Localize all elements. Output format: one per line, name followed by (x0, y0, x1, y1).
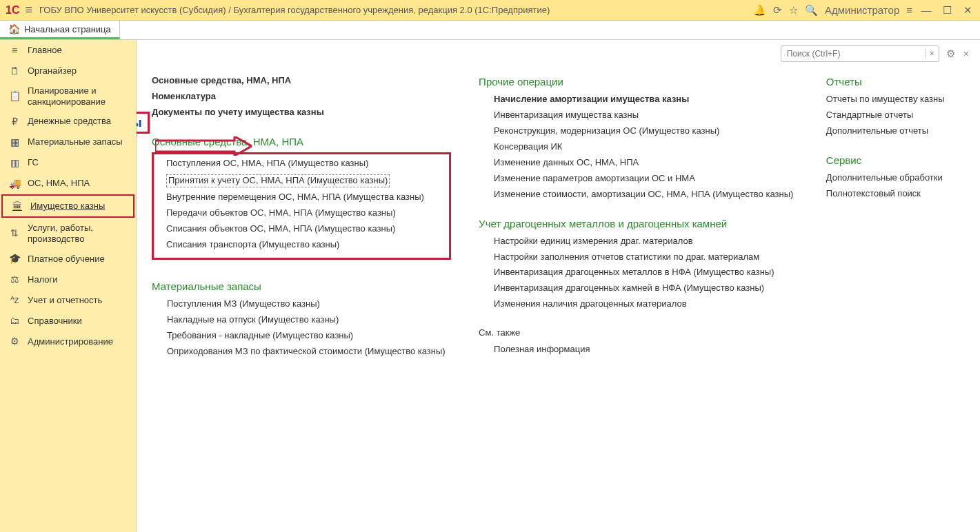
sidebar-item-label: Имущество казны (30, 201, 105, 212)
link-nomenclature[interactable]: Номенклатура (152, 92, 451, 102)
link-additional-processing[interactable]: Дополнительные обработки (826, 173, 969, 183)
sidebar-item-label: Материальные запасы (28, 136, 123, 147)
link-receipt-os[interactable]: Поступления ОС, НМА, НПА (Имущество казн… (157, 158, 446, 169)
sidebar-item-admin[interactable]: ⚙Администрирование (0, 331, 136, 351)
link-treasury-reports[interactable]: Отчеты по имуществу казны (826, 94, 969, 105)
star-icon[interactable]: ☆ (789, 4, 798, 17)
sidebar-item-services[interactable]: ⇅Услуги, работы, производство (0, 218, 136, 248)
hamburger-icon[interactable]: ≡ (25, 3, 32, 17)
search-input[interactable] (781, 49, 925, 59)
sidebar-item-label: Услуги, работы, производство (28, 223, 128, 244)
sidebar-item-label: Главное (28, 45, 62, 56)
link-transport-writeoff[interactable]: Списания транспорта (Имущество казны) (157, 240, 446, 250)
graduation-icon: 🎓 (8, 253, 21, 265)
list-icon: ≡ (8, 45, 21, 57)
box-icon: ▥ (8, 157, 21, 169)
maximize-button[interactable]: ☐ (940, 4, 954, 17)
grid-icon: ▦ (8, 136, 21, 148)
sidebar-item-education[interactable]: 🎓Платное обучение (0, 248, 136, 269)
link-amortization[interactable]: Начисление амортизации имущества казны (479, 94, 799, 105)
sidebar-item-treasury[interactable]: 🏛Имущество казны (3, 196, 133, 216)
link-additional-reports[interactable]: Дополнительные отчеты (826, 126, 969, 136)
sidebar-item-label: Администрирование (28, 336, 113, 347)
link-mz-invoice[interactable]: Накладные на отпуск (Имущество казны) (152, 315, 451, 325)
section-header-reports: Отчеты (826, 76, 969, 88)
close-window-button[interactable]: ✕ (961, 4, 974, 17)
sidebar-item-main[interactable]: ≡Главное (0, 40, 136, 61)
link-reconstruction[interactable]: Реконструкция, модернизация ОС (Имуществ… (479, 126, 799, 136)
link-inventory-treasury[interactable]: Инвентаризация имущества казны (479, 110, 799, 121)
section-header-other-ops: Прочие операции (479, 76, 799, 88)
settings-icon[interactable]: ⚙ (946, 48, 955, 60)
link-precious-stats[interactable]: Настройки заполнения отчетов статистики … (479, 252, 799, 263)
home-tab-label: Начальная страница (24, 24, 111, 34)
arrows-icon: ⇅ (8, 227, 21, 239)
folder-icon: 🗂 (8, 315, 21, 327)
user-label[interactable]: Администратор (825, 4, 899, 16)
sidebar-item-money[interactable]: ₽Денежные средства (0, 111, 136, 132)
link-accept-os[interactable]: Принятия к учету ОС, НМА, НПА (Имущество… (166, 174, 390, 187)
link-change-cost[interactable]: Изменение стоимости, амортизации ОС, НМА… (479, 190, 799, 200)
link-mz-receipt[interactable]: Поступления МЗ (Имущество казны) (152, 299, 451, 309)
link-treasury-docs[interactable]: Документы по учету имущества казны (152, 108, 451, 118)
scale-icon: ⚖ (8, 274, 21, 285)
sidebar-item-os[interactable]: 🚚ОС, НМА, НПА (0, 173, 136, 194)
home-tab[interactable]: 🏠 Начальная страница (0, 21, 120, 39)
az-icon: ᴬz (8, 294, 21, 306)
link-precious-metals-inv[interactable]: Инвентаризация драгоценных металлов в НФ… (479, 267, 799, 278)
link-precious-stones-inv[interactable]: Инвентаризация драгоценных камней в НФА … (479, 283, 799, 294)
titlebar: 1C ≡ ГОБУ ВПО Университет искусств (Субс… (0, 0, 980, 21)
search-icon[interactable]: 🔍 (805, 4, 818, 17)
menu-lines-icon[interactable]: ≡ (906, 4, 912, 16)
sidebar-item-materials[interactable]: ▦Материальные запасы (0, 132, 136, 152)
bell-icon[interactable]: 🔔 (753, 4, 766, 17)
link-precious-units[interactable]: Настройки единиц измерения драг. материа… (479, 236, 799, 247)
tab-bar: 🏠 Начальная страница (0, 21, 980, 40)
link-change-amort-params[interactable]: Изменение параметров амортизации ОС и НМ… (479, 174, 799, 184)
link-internal-move[interactable]: Внутренние перемещения ОС, НМА, НПА (Иму… (157, 192, 446, 203)
sidebar-item-taxes[interactable]: ⚖Налоги (0, 269, 136, 289)
sidebar-item-label: Справочники (28, 316, 82, 327)
link-useful-info[interactable]: Полезная информация (479, 345, 799, 355)
documents-highlight-box: Документы Поступления ОС, НМА, НПА (Имущ… (152, 152, 451, 260)
search-box[interactable]: × (781, 45, 939, 62)
organizer-icon: 🗒 (8, 65, 21, 77)
section-header-service: Сервис (826, 154, 969, 166)
link-mz-requirement[interactable]: Требования - накладные (Имущество казны) (152, 331, 451, 341)
sidebar-item-gs[interactable]: ▥ГС (0, 152, 136, 173)
sidebar-item-label: Органайзер (28, 65, 77, 76)
section-header-precious: Учет драгоценных металлов и драгоценных … (479, 218, 799, 229)
close-panel-icon[interactable]: × (963, 48, 969, 59)
link-fulltext-search[interactable]: Полнотекстовый поиск (826, 189, 969, 199)
home-icon: 🏠 (8, 23, 20, 34)
svg-marker-0 (155, 136, 252, 156)
main-content: × ⚙ × Основные средства, НМА, НПА Номенк… (137, 40, 980, 532)
sidebar-item-label: Платное обучение (28, 254, 105, 265)
documents-callout: Документы (137, 112, 150, 134)
planning-icon: 📋 (8, 90, 21, 102)
minimize-button[interactable]: — (919, 4, 933, 16)
building-icon: 🏛 (11, 201, 23, 212)
link-os-nma-npa[interactable]: Основные средства, НМА, НПА (152, 76, 451, 86)
clear-search-icon[interactable]: × (925, 49, 939, 59)
sidebar-item-label: ГС (28, 157, 39, 168)
see-also-label: См. также (479, 327, 799, 338)
link-precious-change[interactable]: Изменения наличия драгоценных материалов (479, 299, 799, 309)
link-mz-actual-cost[interactable]: Оприходования МЗ по фактической стоимост… (152, 347, 451, 357)
sidebar-item-label: ОС, НМА, НПА (28, 178, 90, 189)
sidebar-item-organizer[interactable]: 🗒Органайзер (0, 61, 136, 81)
sidebar-item-directories[interactable]: 🗂Справочники (0, 310, 136, 331)
link-conservation[interactable]: Консервация ИК (479, 142, 799, 152)
gear-icon: ⚙ (8, 336, 21, 347)
link-transfer-objects[interactable]: Передачи объектов ОС, НМА, НПА (Имуществ… (157, 208, 446, 218)
sidebar-item-planning[interactable]: 📋Планирование и санкционирование (0, 81, 136, 111)
sidebar-item-accounting[interactable]: ᴬzУчет и отчетность (0, 289, 136, 310)
link-standard-reports[interactable]: Стандартные отчеты (826, 110, 969, 121)
ruble-icon: ₽ (8, 116, 21, 127)
sidebar-item-label: Планирование и санкционирование (28, 85, 128, 107)
link-change-os-data[interactable]: Изменение данных ОС, НМА, НПА (479, 158, 799, 168)
app-title: ГОБУ ВПО Университет искусств (Субсидия)… (39, 5, 753, 15)
link-writeoff-objects[interactable]: Списания объектов ОС, НМА, НПА (Имуществ… (157, 224, 446, 234)
history-icon[interactable]: ⟳ (773, 4, 782, 17)
documents-callout-label: Документы (137, 112, 150, 134)
